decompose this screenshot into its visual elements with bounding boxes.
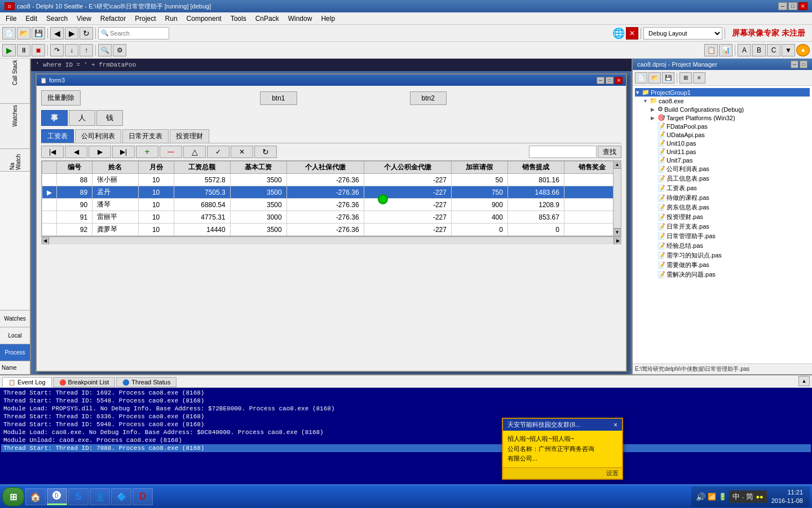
tree-item[interactable]: 📝 日常管理助手.pas [635, 231, 810, 241]
tab-shi[interactable]: 事 [41, 110, 68, 126]
tree-item[interactable]: 📝 经验总结.pas [635, 241, 810, 251]
tree-item[interactable]: 📝 需学习的知识点.pas [635, 251, 810, 260]
tab-gongzibiao[interactable]: 工资表 [41, 129, 74, 143]
menu-help[interactable]: Help [316, 14, 339, 24]
tab-touzilicai[interactable]: 投资理财 [170, 129, 209, 143]
toolbar2-extra6[interactable]: ▼ [782, 44, 795, 56]
next-btn[interactable]: ▶ [89, 146, 111, 158]
tree-item[interactable]: 📝 UDataApi.pas [635, 130, 810, 139]
tree-item[interactable]: 📝 Unit11.pas [635, 147, 810, 156]
stop-nav-btn[interactable]: ✕ [626, 27, 638, 40]
toolbar2-extra4[interactable]: B [752, 44, 766, 56]
batch-delete-btn[interactable]: 批量删除 [41, 90, 81, 106]
tree-item[interactable]: 📝 日常开支表.pas [635, 222, 810, 231]
tab-event-log[interactable]: 📋 Event Log [2, 377, 52, 387]
form-restore-btn[interactable]: □ [606, 77, 614, 84]
tree-item[interactable]: 📝 Unit7.pas [635, 156, 810, 164]
taskbar-app3[interactable]: S [68, 488, 89, 505]
form-minimize-btn[interactable]: ─ [597, 77, 604, 84]
pm-extra1[interactable]: ⊞ [679, 72, 692, 84]
new-btn[interactable]: 📄 [2, 27, 16, 40]
tree-item[interactable]: 📝 房东信息表.pas [635, 203, 810, 212]
table-row[interactable]: 90潘琴106880.543500-276.36-2279001208.9 [42, 199, 621, 211]
grid-vscrollbar[interactable]: ▲ ▼ [613, 161, 621, 236]
taskbar-app5[interactable]: 🔷 [111, 488, 131, 505]
taskbar-app1[interactable]: 🏠 [25, 488, 46, 505]
tree-item[interactable]: 📝 需要做的事.pas [635, 260, 810, 270]
grid-hscrollbar[interactable]: ◀ ▶ [41, 237, 621, 244]
tree-item[interactable]: 📝 公司利润表.pas [635, 164, 810, 174]
process-panel[interactable]: Process [0, 344, 30, 361]
toggle-btn[interactable]: ↻ [80, 27, 93, 40]
search-input[interactable] [110, 30, 166, 37]
tree-item[interactable]: ▼ 📁 cao8.exe [635, 97, 810, 105]
menu-run[interactable]: Run [161, 14, 182, 24]
tab-ren[interactable]: 人 [69, 110, 95, 126]
menu-search[interactable]: Search [42, 14, 72, 24]
inspect-btn[interactable]: 🔍 [98, 44, 112, 56]
btn1[interactable]: btn1 [260, 91, 297, 105]
tab-qian[interactable]: 钱 [96, 110, 123, 126]
menu-tools[interactable]: Tools [226, 14, 251, 24]
minimize-btn[interactable]: ─ [778, 2, 787, 10]
tree-item[interactable]: 📝 工资表.pas [635, 183, 810, 193]
cancel-edit-btn[interactable]: ✕ [231, 146, 253, 158]
tree-item[interactable]: 📝 FDataPool.pas [635, 122, 810, 130]
table-row[interactable]: 88张小丽105572.83500-276.36-22750801.16 [42, 174, 621, 186]
tab-thread-status[interactable]: 🔵 Thread Status [116, 377, 176, 387]
table-row[interactable]: 91雷丽平104775.313000-276.36-227400853.67 [42, 211, 621, 224]
toolbar2-extra7[interactable]: ● [796, 44, 810, 56]
taskbar-app6[interactable]: D [133, 488, 153, 505]
step-into-btn[interactable]: ↓ [65, 44, 78, 56]
toolbar2-extra2[interactable]: 📊 [719, 44, 732, 56]
pm-extra2[interactable]: ≡ [693, 72, 705, 84]
watches2-panel[interactable]: Watches [0, 310, 30, 327]
last-btn[interactable]: ▶| [112, 146, 135, 158]
form-close-btn[interactable]: ✕ [615, 77, 623, 84]
tree-item[interactable]: 📝 投资理财.pas [635, 212, 810, 222]
step-out-btn[interactable]: ↑ [80, 44, 93, 56]
tree-item[interactable]: 📝 需解决的问题.pas [635, 270, 810, 279]
tree-item[interactable]: 📝 员工信息表.pas [635, 174, 810, 183]
menu-file[interactable]: File [1, 14, 21, 24]
search-filter-input[interactable] [529, 146, 597, 158]
tab-breakpoint-list[interactable]: 🔴 Breakpoint List [53, 377, 116, 387]
btn2[interactable]: btn2 [410, 91, 447, 105]
edit-record-btn[interactable]: △ [183, 146, 206, 158]
pm-btn2[interactable]: □ [800, 60, 807, 68]
menu-component[interactable]: Component [182, 14, 226, 24]
menu-edit[interactable]: Edit [21, 14, 42, 24]
table-row[interactable]: 92龚萝琴10144403500-276.36-22700 [42, 224, 621, 236]
toolbar2-extra1[interactable]: 📋 [704, 44, 718, 56]
tab-gongsilibrun[interactable]: 公司利润表 [75, 129, 121, 143]
prev-btn[interactable]: ◀ [65, 146, 87, 158]
menu-project[interactable]: Project [130, 14, 160, 24]
eval-btn[interactable]: ⚙ [113, 44, 126, 56]
menu-cnpack[interactable]: CnPack [251, 14, 284, 24]
watch-name-panel[interactable]: Watch Na [0, 149, 30, 172]
pm-btn1[interactable]: ─ [791, 60, 798, 68]
delete-record-btn[interactable]: ─ [160, 146, 182, 158]
stop-run-btn[interactable]: ■ [32, 44, 45, 56]
run-btn[interactable]: ▶ [2, 44, 16, 56]
taskbar-app4[interactable]: 👤 [90, 488, 110, 505]
notification-close-btn[interactable]: × [614, 421, 617, 429]
search-find-btn[interactable]: 查找 [598, 146, 621, 158]
menu-view[interactable]: View [72, 14, 96, 24]
open-btn[interactable]: 📂 [17, 27, 30, 40]
start-button[interactable]: ⊞ [2, 487, 24, 506]
tree-item[interactable]: ▶ 🎯 Target Platforms (Win32) [635, 113, 810, 122]
menu-window[interactable]: Window [284, 14, 317, 24]
tree-item[interactable]: ▼ 📁 ProjectGroup1 [635, 88, 810, 97]
confirm-btn[interactable]: ✓ [207, 146, 230, 158]
first-btn[interactable]: |◀ [41, 146, 64, 158]
refresh-btn[interactable]: ↻ [254, 146, 277, 158]
call-stack-panel[interactable]: Call Stack [0, 59, 30, 104]
taskbar-app2[interactable]: 🅓 [47, 488, 67, 505]
restore-btn[interactable]: □ [788, 2, 797, 10]
add-record-btn[interactable]: + [136, 146, 158, 158]
tree-item[interactable]: 📝 Unit10.pas [635, 139, 810, 147]
pause-run-btn[interactable]: ⏸ [17, 44, 30, 56]
forward-btn[interactable]: ▶ [65, 27, 78, 40]
table-row[interactable]: ▶89孟丹107505.33500-276.36-2277501483.66 [42, 186, 621, 199]
